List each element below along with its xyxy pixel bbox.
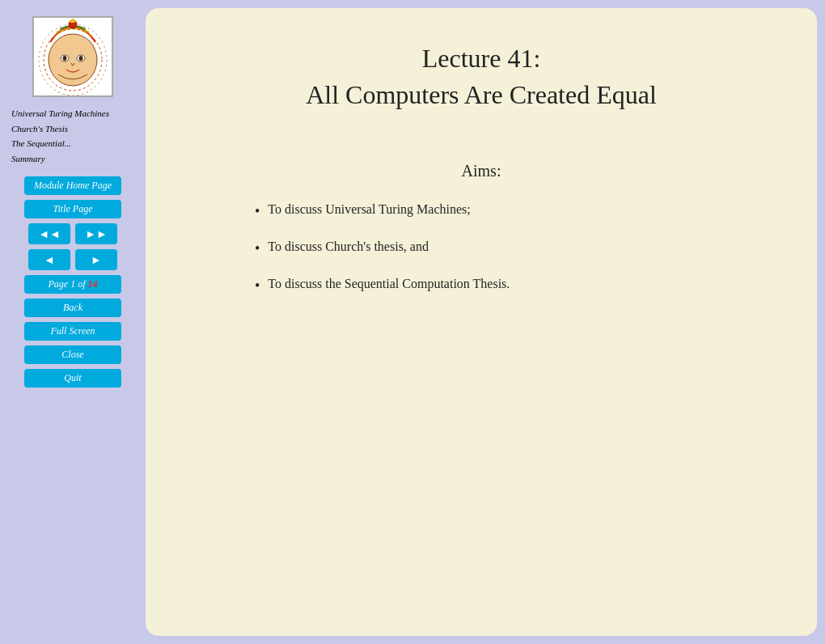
aims-section: Aims: • To discuss Universal Turing Mach… [255,162,708,311]
svg-point-0 [49,34,97,86]
svg-point-2 [63,56,67,61]
page-separator: of [75,278,87,290]
aims-item-3-text: To discuss the Sequential Computation Th… [268,274,510,294]
quit-button[interactable]: Quit [24,369,121,388]
aims-item-1-text: To discuss Universal Turing Machines; [268,200,470,219]
aims-list: • To discuss Universal Turing Machines; … [255,200,708,297]
module-home-button[interactable]: Module Home Page [24,176,121,195]
page-prefix: Page [49,278,71,290]
nav-link-universal-turing[interactable]: Universal Turing Machines [11,107,134,121]
bullet-1: • [255,201,260,222]
lecture-title-line2: All Computers Are Created Equal [306,77,657,113]
nav-next-button[interactable]: ► [75,249,117,270]
close-button[interactable]: Close [24,345,121,364]
nav-step-row: ◄ ► [28,249,117,270]
nav-link-summary[interactable]: Summary [11,152,134,166]
nav-prev-button[interactable]: ◄ [28,249,70,270]
nav-skip-row: ◄◄ ►► [28,223,117,244]
nav-links: Universal Turing Machines Church's Thesi… [8,107,138,165]
lecture-title: Lecture 41: All Computers Are Created Eq… [306,40,657,113]
app-wrapper: Universal Turing Machines Church's Thesi… [0,0,825,644]
aims-heading: Aims: [255,162,708,180]
button-group: Module Home Page Title Page ◄◄ ►► ◄ ► Pa… [8,176,138,388]
app-logo [32,16,113,97]
back-button[interactable]: Back [24,299,121,317]
full-screen-button[interactable]: Full Screen [24,322,121,341]
nav-prev-prev-button[interactable]: ◄◄ [28,223,70,244]
page-indicator: Page 1 of 14 [24,275,121,294]
sidebar: Universal Turing Machines Church's Thesi… [8,8,138,636]
page-total: 14 [88,278,98,290]
bullet-2: • [255,238,260,260]
aims-item-3: • To discuss the Sequential Computation … [255,274,708,297]
main-content-area: Lecture 41: All Computers Are Created Eq… [146,8,817,636]
svg-point-4 [79,56,83,61]
aims-item-1: • To discuss Universal Turing Machines; [255,200,708,222]
lecture-title-line1: Lecture 41: [306,40,657,77]
title-page-button[interactable]: Title Page [24,200,121,218]
aims-item-2: • To discuss Church's thesis, and [255,237,708,260]
bullet-3: • [255,275,260,297]
nav-link-churchs-thesis[interactable]: Church's Thesis [11,122,134,136]
aims-item-2-text: To discuss Church's thesis, and [268,237,429,256]
nav-next-next-button[interactable]: ►► [75,223,117,244]
nav-link-sequential[interactable]: The Sequential... [11,137,134,150]
